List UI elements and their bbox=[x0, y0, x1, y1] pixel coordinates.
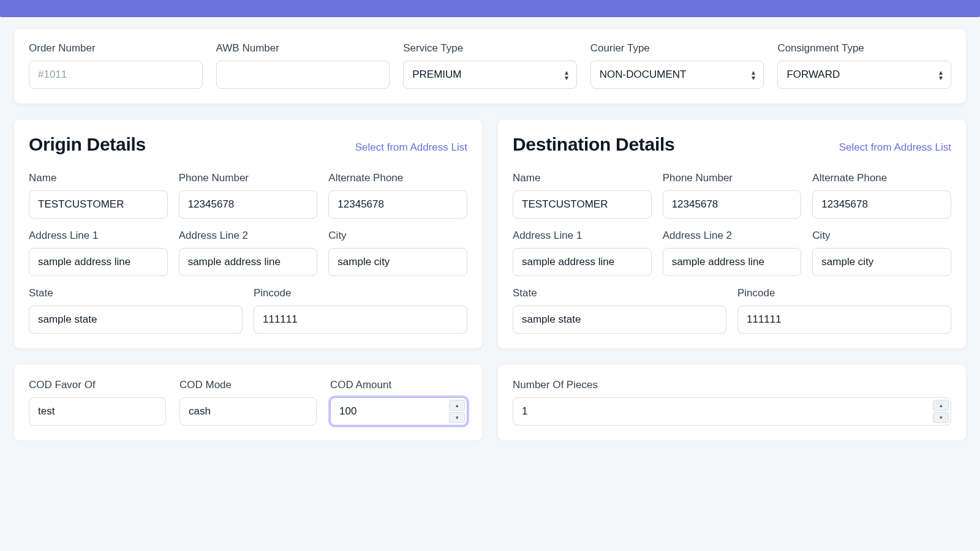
order-number-input[interactable] bbox=[29, 61, 203, 89]
cod-card: COD Favor Of COD Mode COD Amount ▴ ▾ bbox=[13, 364, 483, 441]
service-type-select[interactable]: PREMIUM bbox=[403, 61, 577, 89]
destination-pincode-label: Pincode bbox=[737, 287, 951, 299]
cod-amount-input[interactable] bbox=[330, 397, 467, 425]
step-up-button[interactable]: ▴ bbox=[933, 400, 949, 411]
destination-city-label: City bbox=[812, 230, 951, 242]
cod-amount-label: COD Amount bbox=[330, 379, 467, 391]
destination-select-address-link[interactable]: Select from Address List bbox=[839, 141, 951, 154]
top-accent-bar bbox=[0, 0, 980, 17]
origin-phone-input[interactable] bbox=[179, 190, 318, 219]
destination-addr1-label: Address Line 1 bbox=[513, 230, 652, 242]
origin-pincode-input[interactable] bbox=[254, 305, 467, 334]
origin-state-label: State bbox=[29, 287, 243, 299]
origin-city-label: City bbox=[328, 230, 467, 242]
consignment-type-label: Consignment Type bbox=[777, 42, 951, 54]
pieces-count-input[interactable] bbox=[513, 397, 951, 425]
destination-phone-input[interactable] bbox=[663, 190, 802, 219]
destination-title: Destination Details bbox=[513, 134, 674, 155]
step-up-button[interactable]: ▴ bbox=[449, 400, 465, 411]
origin-select-address-link[interactable]: Select from Address List bbox=[355, 141, 467, 154]
origin-title: Origin Details bbox=[29, 134, 146, 155]
courier-type-select[interactable]: NON-DOCUMENT bbox=[590, 61, 764, 89]
awb-number-label: AWB Number bbox=[216, 42, 390, 54]
origin-addr2-input[interactable] bbox=[179, 248, 318, 276]
destination-state-input[interactable] bbox=[513, 305, 726, 334]
origin-alt-phone-input[interactable] bbox=[328, 190, 467, 219]
header-card: Order Number AWB Number Service Type PRE… bbox=[13, 28, 967, 104]
pieces-count-label: Number Of Pieces bbox=[513, 379, 951, 391]
cod-favor-input[interactable] bbox=[29, 397, 166, 425]
cod-favor-label: COD Favor Of bbox=[29, 379, 166, 391]
order-number-label: Order Number bbox=[29, 42, 203, 54]
destination-phone-label: Phone Number bbox=[663, 172, 802, 184]
origin-addr2-label: Address Line 2 bbox=[179, 230, 318, 242]
pieces-count-stepper: ▴ ▾ bbox=[933, 400, 949, 423]
origin-city-input[interactable] bbox=[328, 248, 467, 276]
destination-name-label: Name bbox=[513, 172, 652, 184]
cod-amount-stepper: ▴ ▾ bbox=[449, 400, 465, 423]
destination-state-label: State bbox=[513, 287, 726, 299]
destination-city-input[interactable] bbox=[812, 248, 951, 276]
origin-addr1-input[interactable] bbox=[29, 248, 168, 276]
origin-state-input[interactable] bbox=[29, 305, 243, 334]
destination-alt-phone-label: Alternate Phone bbox=[812, 172, 951, 184]
origin-pincode-label: Pincode bbox=[254, 287, 467, 299]
pieces-card: Number Of Pieces ▴ ▾ bbox=[497, 364, 967, 441]
destination-addr1-input[interactable] bbox=[513, 248, 652, 276]
destination-alt-phone-input[interactable] bbox=[812, 190, 951, 219]
origin-card: Origin Details Select from Address List … bbox=[13, 119, 483, 349]
destination-name-input[interactable] bbox=[513, 190, 652, 219]
cod-mode-label: COD Mode bbox=[179, 379, 317, 391]
service-type-label: Service Type bbox=[403, 42, 577, 54]
cod-mode-input[interactable] bbox=[179, 397, 317, 425]
courier-type-label: Courier Type bbox=[590, 42, 764, 54]
origin-name-input[interactable] bbox=[29, 190, 168, 219]
origin-phone-label: Phone Number bbox=[179, 172, 318, 184]
origin-alt-phone-label: Alternate Phone bbox=[328, 172, 467, 184]
origin-name-label: Name bbox=[29, 172, 168, 184]
destination-card: Destination Details Select from Address … bbox=[497, 119, 967, 349]
step-down-button[interactable]: ▾ bbox=[449, 412, 465, 423]
consignment-type-select[interactable]: FORWARD bbox=[777, 61, 951, 89]
step-down-button[interactable]: ▾ bbox=[933, 412, 949, 423]
awb-number-input[interactable] bbox=[216, 61, 390, 89]
destination-pincode-input[interactable] bbox=[737, 305, 951, 334]
destination-addr2-label: Address Line 2 bbox=[663, 230, 802, 242]
destination-addr2-input[interactable] bbox=[663, 248, 802, 276]
origin-addr1-label: Address Line 1 bbox=[29, 230, 168, 242]
